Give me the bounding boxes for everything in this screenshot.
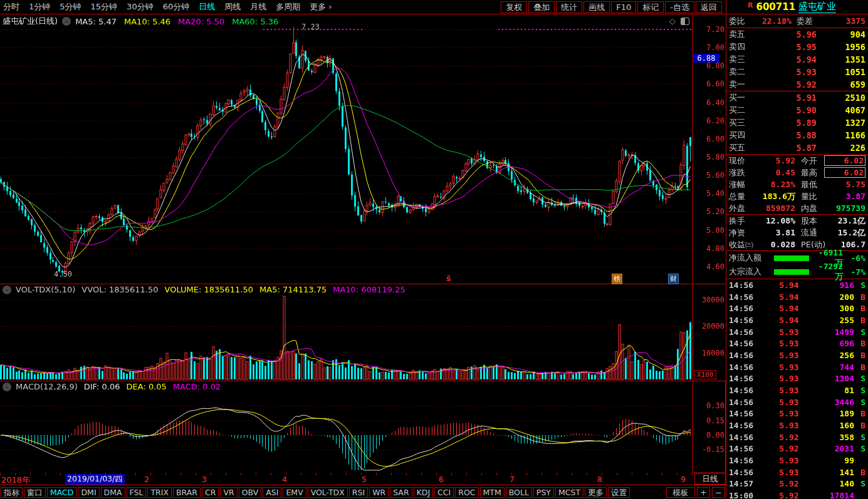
indicator-button[interactable]: ASI <box>263 487 281 498</box>
indicator-button[interactable]: 设置 <box>608 487 630 498</box>
chart-tool-button[interactable]: 叠加 <box>528 1 555 13</box>
buy-level-row[interactable]: 买二 5.90 4067 <box>726 104 868 116</box>
sell-level-row[interactable]: 卖五 5.96 904 <box>726 28 868 41</box>
collapse-chevron-icon[interactable]: ⌄ <box>3 286 11 294</box>
indicator-button[interactable]: TRIX <box>147 487 172 498</box>
indicator-button[interactable]: VR <box>220 487 237 498</box>
tick-row: 14:56 5.93 99 <box>726 455 868 466</box>
volume-tick-label: 30000 <box>696 296 724 304</box>
period-menu-item[interactable]: 分时 <box>3 1 19 13</box>
sell-level-row[interactable]: 卖一 5.92 659 <box>726 78 868 91</box>
volume-chart-canvas[interactable] <box>0 284 693 381</box>
indicator-button[interactable]: BOLL <box>506 487 532 498</box>
indicator-button[interactable]: RSI <box>349 487 368 498</box>
tick-qty: 160 <box>822 421 854 430</box>
period-menu-item[interactable]: 60分钟 <box>163 1 190 13</box>
ma-label: MA5: 5.47 <box>75 17 117 26</box>
period-menu-item[interactable]: 15分钟 <box>91 1 118 13</box>
period-menu-item[interactable]: 5分钟 <box>60 1 81 13</box>
stat-value: 6.02 <box>824 155 865 166</box>
ranking-badge[interactable]: 榜 <box>612 274 622 284</box>
collapse-chevron-icon[interactable]: ⌄ <box>62 17 71 26</box>
tick-trade-list: 14:56 5.94 916 S 14:56 5.94 200 B 14:56 … <box>726 279 868 499</box>
chart-tool-button[interactable]: 统计 <box>556 1 582 13</box>
indicator-button[interactable]: FSL <box>127 487 147 498</box>
indicator-button[interactable]: MCST <box>555 487 583 498</box>
indicator-button[interactable]: VOL-TDX <box>308 487 348 498</box>
macd-chart-canvas[interactable] <box>0 381 693 473</box>
diamond-tool-icon[interactable]: ◇ <box>669 16 676 26</box>
indicator-button[interactable]: PSY <box>533 487 554 498</box>
chart-tool-button[interactable]: 复权 <box>501 1 527 13</box>
level-price: 5.93 <box>750 67 817 77</box>
stock-name[interactable]: 盛屯矿业 <box>798 1 836 13</box>
chart-tool-button[interactable]: 标记 <box>637 1 664 13</box>
collapse-chevron-icon[interactable]: ⌄ <box>3 383 11 391</box>
indicator-button[interactable]: WR <box>369 487 389 498</box>
period-menu-item[interactable]: 多周期 <box>276 1 300 13</box>
buy-level-row[interactable]: 买三 5.89 1327 <box>726 116 868 129</box>
stat-value: 859872 <box>754 203 795 213</box>
indicator-button[interactable]: 更多 <box>585 487 607 498</box>
sell-level-row[interactable]: 卖二 5.93 1051 <box>726 66 868 78</box>
indicator-button[interactable]: 指标 <box>1 487 23 498</box>
tick-side: S <box>854 280 865 290</box>
split-window-icon[interactable] <box>681 18 689 25</box>
level-price: 5.91 <box>750 93 817 103</box>
tick-row: 14:56 5.94 255 B <box>726 314 868 326</box>
indicator-button[interactable]: ROC <box>455 487 478 498</box>
tick-qty: 1304 <box>822 374 854 383</box>
price-tick-label: 5.40 <box>696 189 724 198</box>
sell-level-row[interactable]: 卖三 5.94 1351 <box>726 53 868 66</box>
indicator-button[interactable]: 窗口 <box>24 487 46 498</box>
weibi-label: 委比 <box>729 16 751 27</box>
indicator-button[interactable]: SAR <box>390 487 412 498</box>
template-button[interactable]: 模板 <box>666 487 695 498</box>
chart-tool-button[interactable]: 返回 <box>696 1 722 13</box>
quote-stats: 现价 5.92 今开 6.02 涨跌 0.45 最高 6.02 涨幅 8.23%… <box>726 155 868 215</box>
fundamental-stats: 换手 12.08% 股本 23.1亿 净资 3.81 流通 15.2亿 收益㈢ … <box>726 215 868 251</box>
tick-side: B <box>854 363 865 372</box>
tick-qty: 300 <box>822 304 854 313</box>
buy-level-row[interactable]: 买一 5.91 2510 <box>726 91 868 104</box>
period-menu-item[interactable]: 周线 <box>224 1 241 13</box>
chart-tool-button[interactable]: F10 <box>611 1 636 13</box>
stat-label: 今开 <box>795 155 824 167</box>
price-chart-canvas[interactable] <box>0 14 693 284</box>
tick-side: B <box>854 339 865 348</box>
indicator-button[interactable]: DMI <box>78 487 99 498</box>
indicator-button[interactable]: CR <box>202 487 219 498</box>
indicator-button[interactable]: DMA <box>101 487 125 498</box>
chart-tool-button[interactable]: 画线 <box>583 1 610 13</box>
price-tick-label: 6.80 <box>696 61 724 70</box>
stat-value: 0.45 <box>754 168 795 177</box>
zoom-in-button[interactable]: + <box>697 487 710 498</box>
tick-side: B <box>854 351 865 360</box>
price-tick-label: 6.00 <box>696 135 724 143</box>
period-menu-item[interactable]: 日线 <box>199 1 215 13</box>
indicator-button[interactable]: MTM <box>480 487 505 498</box>
period-menu-item[interactable]: 1分钟 <box>29 1 50 13</box>
finance-badge[interactable]: 财 <box>668 274 679 284</box>
tick-price: 5.93 <box>756 409 822 418</box>
sell-level-row[interactable]: 卖四 5.95 1956 <box>726 41 868 53</box>
chart-column: 盛屯矿业(日线) ⌄ MA5: 5.47MA10: 5.46MA20: 5.50… <box>0 14 726 499</box>
zoom-out-button[interactable]: − <box>712 487 725 498</box>
indicator-button[interactable]: KDJ <box>414 487 434 498</box>
level-label: 卖一 <box>729 79 750 90</box>
buy-level-row[interactable]: 买四 5.88 1166 <box>726 129 868 141</box>
period-menu-item[interactable]: 月线 <box>250 1 266 13</box>
indicator-button[interactable]: MACD <box>47 487 76 498</box>
tick-price: 5.94 <box>756 280 822 290</box>
indicator-button[interactable]: EMV <box>283 487 306 498</box>
indicator-button[interactable]: OBV <box>239 487 262 498</box>
tick-time: 14:56 <box>729 398 756 407</box>
chart-tool-button[interactable]: -自选 <box>665 1 694 13</box>
period-menu-item[interactable]: 更多 › <box>310 1 332 13</box>
period-menu-item[interactable]: 30分钟 <box>127 1 154 13</box>
indicator-button[interactable]: BRAR <box>173 487 201 498</box>
indicator-button[interactable]: CCI <box>434 487 454 498</box>
panel-divider <box>0 381 726 381</box>
buy-level-row[interactable]: 买五 5.87 226 <box>726 141 868 154</box>
period-indicator[interactable]: 日线 <box>694 473 726 485</box>
